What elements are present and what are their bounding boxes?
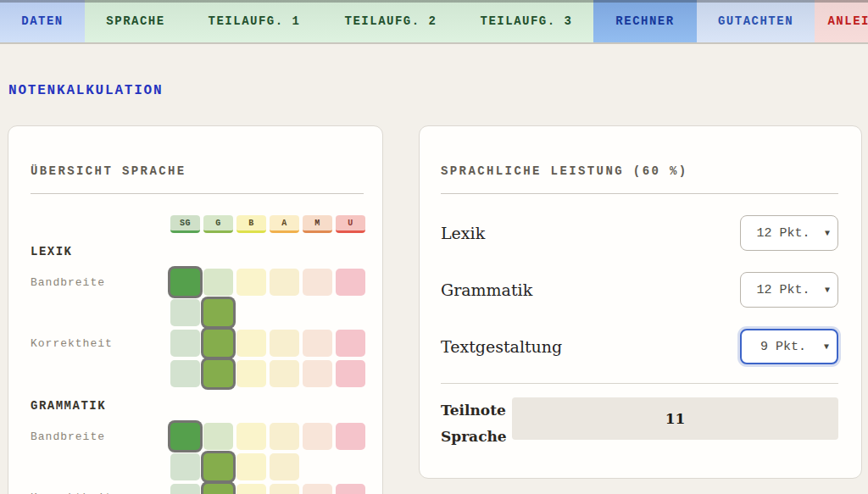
- column-header-sg: SG: [170, 215, 200, 233]
- grade-cell[interactable]: [236, 484, 266, 494]
- selected-points-value: 12 Pkt.: [756, 283, 810, 297]
- grade-cell-selected[interactable]: [170, 423, 200, 450]
- grade-grid: SGGBAMULEXIKBandbreiteKorrektheitGRAMMAT…: [31, 215, 364, 494]
- grade-cell[interactable]: [303, 269, 332, 296]
- grade-cell-selected[interactable]: [203, 453, 233, 480]
- grade-cell[interactable]: [203, 269, 233, 296]
- result-label-line2: Sprache: [441, 424, 511, 450]
- column-header-u: U: [336, 215, 365, 233]
- grade-cell-selected[interactable]: [203, 484, 233, 494]
- column-header-b: B: [236, 215, 266, 233]
- grade-cell[interactable]: [203, 423, 233, 450]
- grade-cell[interactable]: [170, 330, 200, 357]
- column-header-a: A: [270, 215, 299, 233]
- points-select-rows: Lexik12 Pkt.▼Grammatik12 Pkt.▼Textgestal…: [441, 215, 838, 364]
- selected-points-value: 9 Pkt.: [760, 340, 806, 354]
- grade-cell[interactable]: [336, 360, 365, 387]
- criterion-label: Korrektheit: [31, 491, 170, 494]
- partial-grade-value: 11: [512, 397, 838, 440]
- chevron-down-icon: ▼: [825, 286, 830, 295]
- section-label-lexik: LEXIK: [31, 245, 364, 258]
- tab-gutachten[interactable]: GUTACHTEN: [697, 0, 815, 42]
- grade-cell[interactable]: [270, 484, 299, 494]
- divider: [441, 383, 838, 384]
- grade-cell[interactable]: [270, 360, 299, 387]
- criterion-label: Bandbreite: [31, 430, 170, 443]
- grade-cell[interactable]: [170, 360, 200, 387]
- grade-cell[interactable]: [236, 330, 266, 357]
- result-label-line1: Teilnote: [441, 397, 511, 424]
- grade-cell[interactable]: [303, 360, 332, 387]
- criterion-label: Bandbreite: [31, 276, 170, 289]
- grade-cell[interactable]: [170, 299, 200, 326]
- selected-points-value: 12 Pkt.: [756, 226, 810, 241]
- points-select-grammatik[interactable]: 12 Pkt.▼: [740, 272, 838, 308]
- grade-cell[interactable]: [170, 484, 200, 494]
- grade-cell[interactable]: [170, 453, 200, 480]
- calculator-panel-title: SPRACHLICHE LEISTUNG (60 %): [441, 164, 838, 178]
- grade-cell[interactable]: [236, 269, 266, 296]
- points-row-label: Textgestaltung: [441, 337, 562, 356]
- column-header-g: G: [203, 215, 233, 233]
- tab-daten[interactable]: DATEN: [0, 0, 85, 42]
- tab-sprache[interactable]: SPRACHE: [85, 0, 186, 42]
- grade-cell[interactable]: [336, 484, 365, 494]
- grade-cell[interactable]: [336, 330, 365, 357]
- points-row-textgestaltung: Textgestaltung9 Pkt.▼: [441, 329, 838, 364]
- points-row-label: Grammatik: [441, 280, 532, 299]
- grade-cell[interactable]: [303, 484, 332, 494]
- tab-teilaufg-3[interactable]: TEILAUFG. 3: [459, 0, 593, 42]
- tab-teilaufg-1[interactable]: TEILAUFG. 1: [186, 0, 322, 42]
- tab-rechner[interactable]: RECHNER: [593, 0, 697, 42]
- points-row-label: Lexik: [441, 224, 485, 242]
- grade-cell[interactable]: [236, 423, 266, 450]
- grade-cell[interactable]: [336, 423, 365, 450]
- grade-cell[interactable]: [270, 423, 299, 450]
- overview-panel: ÜBERSICHT SPRACHE SGGBAMULEXIKBandbreite…: [8, 125, 383, 494]
- points-row-lexik: Lexik12 Pkt.▼: [441, 215, 838, 251]
- tab-bar: DATENSPRACHETEILAUFG. 1TEILAUFG. 2TEILAU…: [0, 0, 868, 44]
- grade-cell[interactable]: [303, 330, 332, 357]
- grade-cell[interactable]: [336, 269, 365, 296]
- tab-anleitung[interactable]: ANLEITUNG: [815, 0, 868, 42]
- tab-teilaufg-2[interactable]: TEILAUFG. 2: [322, 0, 459, 42]
- criterion-label: Korrektheit: [31, 337, 170, 350]
- divider: [441, 193, 838, 194]
- result-row: Teilnote Sprache 11: [441, 397, 838, 450]
- grade-cell[interactable]: [270, 269, 299, 296]
- divider: [31, 193, 364, 194]
- grade-cell[interactable]: [236, 360, 266, 387]
- points-select-textgestaltung[interactable]: 9 Pkt.▼: [740, 329, 838, 364]
- main-content: NOTENKALKULATION ÜBERSICHT SPRACHE SGGBA…: [0, 85, 868, 494]
- grade-cell[interactable]: [303, 423, 332, 450]
- chevron-down-icon: ▼: [825, 229, 830, 238]
- section-label-grammatik: GRAMMATIK: [31, 399, 364, 413]
- result-label: Teilnote Sprache: [441, 397, 511, 450]
- grade-cell[interactable]: [270, 330, 299, 357]
- grade-cell-selected[interactable]: [203, 330, 233, 357]
- column-header-m: M: [303, 215, 332, 233]
- chevron-down-icon: ▼: [824, 342, 829, 352]
- grade-cell-selected[interactable]: [170, 269, 200, 296]
- calculator-panel: SPRACHLICHE LEISTUNG (60 %) Lexik12 Pkt.…: [419, 125, 862, 479]
- points-row-grammatik: Grammatik12 Pkt.▼: [441, 272, 838, 308]
- overview-panel-title: ÜBERSICHT SPRACHE: [31, 164, 364, 178]
- grade-cell-selected[interactable]: [203, 360, 233, 387]
- grade-cell[interactable]: [236, 453, 266, 480]
- grade-cell-selected[interactable]: [203, 299, 233, 326]
- cards-container: ÜBERSICHT SPRACHE SGGBAMULEXIKBandbreite…: [8, 125, 862, 494]
- points-select-lexik[interactable]: 12 Pkt.▼: [740, 215, 838, 251]
- page-title: NOTENKALKULATION: [8, 85, 862, 97]
- grade-cell[interactable]: [270, 453, 299, 480]
- grade-calculator-app: DATENSPRACHETEILAUFG. 1TEILAUFG. 2TEILAU…: [0, 0, 868, 494]
